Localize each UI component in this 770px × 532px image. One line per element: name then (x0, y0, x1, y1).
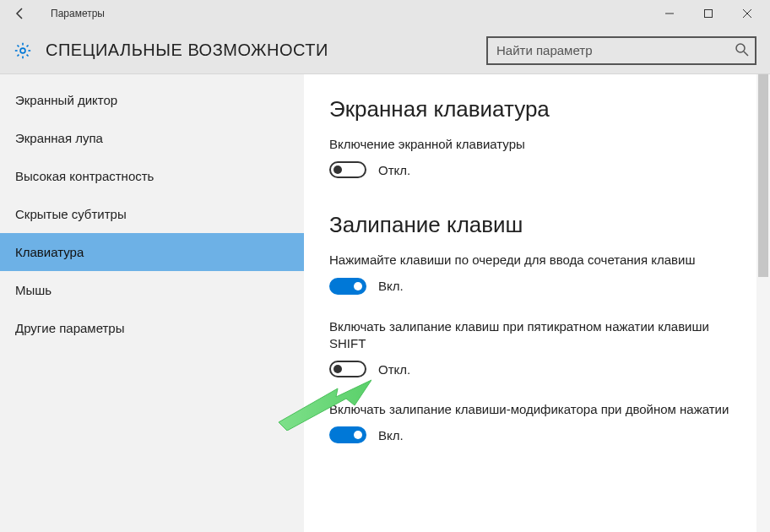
main-panel: Экранная клавиатура Включение экранной к… (304, 74, 770, 532)
svg-line-10 (27, 54, 29, 56)
sidebar: Экранный диктор Экранная лупа Высокая ко… (0, 74, 304, 532)
heading-onscreen-keyboard: Экранная клавиатура (329, 96, 745, 122)
option-desc: Включать залипание клавиши-модификатора … (329, 401, 745, 418)
sidebar-item-label: Экранная лупа (15, 131, 103, 145)
close-icon (743, 9, 751, 18)
header-bar: СПЕЦИАЛЬНЫЕ ВОЗМОЖНОСТИ (0, 27, 770, 74)
svg-line-9 (17, 45, 19, 46)
minimize-icon (665, 9, 674, 18)
sidebar-item-high-contrast[interactable]: Высокая контрастность (0, 157, 304, 195)
toggle-row: Откл. (329, 161, 745, 178)
sidebar-item-label: Другие параметры (15, 321, 125, 335)
maximize-button[interactable] (689, 0, 728, 27)
sidebar-item-magnifier[interactable]: Экранная лупа (0, 119, 304, 157)
gear-icon (14, 41, 32, 60)
sidebar-item-mouse[interactable]: Мышь (0, 271, 304, 309)
toggle-row: Вкл. (329, 278, 745, 295)
toggle-state-label: Откл. (378, 362, 410, 377)
section-title: СПЕЦИАЛЬНЫЕ ВОЗМОЖНОСТИ (46, 41, 328, 60)
toggle-state-label: Откл. (378, 163, 410, 177)
back-arrow-icon (14, 7, 27, 20)
window-controls (650, 0, 767, 27)
svg-rect-1 (705, 10, 713, 18)
close-button[interactable] (728, 0, 767, 27)
toggle-knob (354, 431, 362, 439)
svg-line-12 (27, 45, 29, 46)
toggle-row: Вкл. (329, 426, 745, 443)
window-title: Параметры (51, 8, 105, 19)
back-button[interactable] (10, 3, 30, 24)
maximize-icon (704, 9, 713, 18)
heading-sticky-keys: Залипание клавиш (329, 212, 745, 238)
toggle-row: Откл. (329, 361, 745, 377)
sidebar-item-label: Экранный диктор (15, 93, 117, 107)
toggle-sticky-keys[interactable] (329, 278, 366, 295)
toggle-onscreen-keyboard[interactable] (329, 161, 366, 178)
sidebar-item-label: Мышь (15, 283, 52, 297)
scrollbar[interactable] (756, 74, 770, 532)
sidebar-item-label: Скрытые субтитры (15, 207, 127, 221)
svg-line-11 (17, 54, 19, 56)
option-desc: Нажимайте клавиши по очереди для ввода с… (329, 252, 745, 269)
sidebar-item-closed-captions[interactable]: Скрытые субтитры (0, 195, 304, 233)
toggle-state-label: Вкл. (378, 279, 404, 293)
option-desc: Включение экранной клавиатуры (329, 136, 745, 153)
sidebar-item-other[interactable]: Другие параметры (0, 309, 304, 347)
sidebar-item-keyboard[interactable]: Клавиатура (0, 233, 304, 271)
toggle-state-label: Вкл. (378, 428, 404, 442)
option-desc: Включать залипание клавиш при пятикратно… (329, 318, 745, 353)
scroll-thumb[interactable] (758, 74, 768, 277)
sidebar-item-label: Клавиатура (15, 245, 84, 259)
svg-point-4 (20, 48, 25, 53)
toggle-knob (333, 166, 342, 174)
titlebar: Параметры (0, 0, 770, 27)
sidebar-item-label: Высокая контрастность (15, 169, 154, 183)
search-wrap (486, 36, 756, 65)
toggle-knob (333, 365, 342, 373)
toggle-shift-five-times[interactable] (329, 361, 366, 377)
toggle-knob (354, 282, 362, 290)
content: Экранный диктор Экранная лупа Высокая ко… (0, 74, 770, 532)
search-input[interactable] (486, 36, 756, 65)
toggle-modifier-double-press[interactable] (329, 426, 366, 443)
sidebar-item-narrator[interactable]: Экранный диктор (0, 81, 304, 119)
minimize-button[interactable] (650, 0, 689, 27)
